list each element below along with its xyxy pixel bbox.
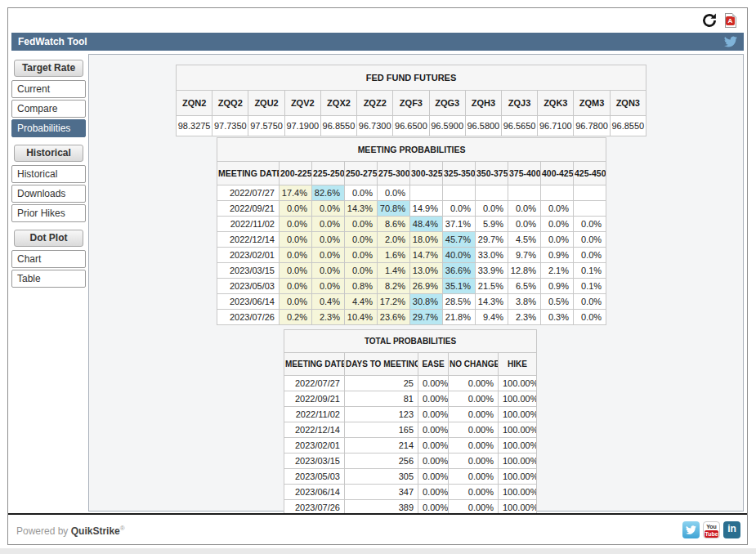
sidebar-section-dot-plot[interactable]: Dot Plot xyxy=(14,230,83,247)
sidebar-section-target-rate[interactable]: Target Rate xyxy=(14,60,83,77)
mp-probability-cell: 0.0% xyxy=(280,248,312,263)
mp-probability-cell: 0.0% xyxy=(280,279,312,294)
total-probabilities-header-row: MEETING DATEDAYS TO MEETINGEASENO CHANGE… xyxy=(284,353,537,376)
mp-probability-cell: 0.0% xyxy=(280,217,312,232)
tp-days-to-meeting: 305 xyxy=(345,469,418,485)
sidebar-item-table[interactable]: Table xyxy=(11,270,86,288)
futures-contract-header: ZQF3 xyxy=(393,91,429,116)
tp-row: 2022/12/141650.00%0.00%100.00% xyxy=(284,422,537,438)
topbar: A xyxy=(8,8,747,33)
tp-ease: 0.00% xyxy=(418,453,449,469)
mp-row: 2023/03/150.0%0.0%0.0%1.4%13.0%36.6%33.9… xyxy=(217,263,606,279)
twitter-icon[interactable] xyxy=(724,35,737,48)
mp-meeting-date: 2022/11/02 xyxy=(217,217,280,232)
mp-probability-cell: 0.0% xyxy=(541,232,574,248)
mp-probability-cell: 82.6% xyxy=(312,185,345,201)
futures-contract-header: ZQV2 xyxy=(284,91,320,116)
mp-probability-cell: 70.8% xyxy=(378,201,410,217)
mp-probability-cell: 9.4% xyxy=(476,310,508,325)
mp-row: 2022/07/2717.4%82.6%0.0%0.0% xyxy=(217,185,606,201)
mp-probability-cell xyxy=(476,185,508,201)
mp-probability-cell: 0.0% xyxy=(280,263,312,279)
mp-probability-cell: 0.0% xyxy=(574,248,606,263)
mp-probability-cell: 0.0% xyxy=(312,217,345,232)
tp-ease: 0.00% xyxy=(418,422,449,438)
meeting-probabilities-header-row: MEETING DATE200-225225-250250-275275-300… xyxy=(217,162,606,185)
mp-column-header: 325-350 xyxy=(443,162,476,185)
mp-probability-cell xyxy=(574,201,606,217)
futures-contract-header: ZQJ3 xyxy=(501,91,537,116)
futures-contract-header: ZQU2 xyxy=(248,91,284,116)
sidebar-item-prior-hikes[interactable]: Prior Hikes xyxy=(11,204,86,222)
mp-probability-cell: 8.6% xyxy=(378,217,410,232)
sidebar-item-probabilities[interactable]: Probabilities xyxy=(11,119,86,137)
sidebar: Target Rate Current Compare Probabilitie… xyxy=(11,60,86,289)
quikstrike-link[interactable]: QuikStrike xyxy=(71,525,120,537)
sidebar-section-historical[interactable]: Historical xyxy=(14,145,83,162)
mp-column-header: 225-250 xyxy=(312,162,345,185)
pdf-page-shape: A xyxy=(725,13,736,28)
futures-contract-header: ZQQ2 xyxy=(212,91,248,116)
mp-probability-cell: 0.0% xyxy=(345,232,378,248)
footer: Powered by QuikStrike® You Tube in xyxy=(8,513,747,544)
tp-row: 2023/06/143470.00%0.00%100.00% xyxy=(284,485,537,500)
mp-probability-cell xyxy=(541,185,574,201)
mp-probability-cell: 0.0% xyxy=(378,185,410,201)
tp-ease: 0.00% xyxy=(418,485,449,500)
mp-probability-cell: 13.0% xyxy=(410,263,443,279)
mp-row: 2022/12/140.0%0.0%0.0%2.0%18.0%45.7%29.7… xyxy=(217,232,606,248)
refresh-icon[interactable] xyxy=(701,12,718,29)
tp-days-to-meeting: 81 xyxy=(345,391,418,407)
mp-probability-cell: 17.4% xyxy=(280,185,312,201)
tp-hike: 100.00% xyxy=(499,376,537,391)
tp-ease: 0.00% xyxy=(418,376,449,391)
tp-no-change: 0.00% xyxy=(449,391,499,407)
sidebar-item-current[interactable]: Current xyxy=(11,80,86,98)
mp-probability-cell: 0.0% xyxy=(574,232,606,248)
mp-probability-cell: 33.9% xyxy=(476,263,508,279)
mp-probability-cell: 0.8% xyxy=(345,279,378,294)
sidebar-item-downloads[interactable]: Downloads xyxy=(11,185,86,203)
youtube-icon[interactable]: You Tube xyxy=(703,521,720,538)
futures-contract-header: ZQN2 xyxy=(177,91,212,116)
mp-row: 2023/06/140.0%0.4%4.4%17.2%30.8%28.5%14.… xyxy=(217,294,606,310)
mp-probability-cell: 18.0% xyxy=(410,232,443,248)
tp-row: 2023/02/012140.00%0.00%100.00% xyxy=(284,438,537,453)
mp-probability-cell: 0.0% xyxy=(508,201,541,217)
mp-meeting-date: 2022/09/21 xyxy=(217,201,280,217)
content-area: Target Rate Current Compare Probabilitie… xyxy=(8,51,747,513)
mp-probability-cell: 0.0% xyxy=(280,294,312,310)
mp-probability-cell: 33.0% xyxy=(476,248,508,263)
sidebar-item-compare[interactable]: Compare xyxy=(11,100,86,118)
mp-row: 2023/07/260.2%2.3%10.4%23.6%29.7%21.8%9.… xyxy=(217,310,606,325)
twitter-footer-icon[interactable] xyxy=(682,521,700,538)
tp-hike: 100.00% xyxy=(499,453,537,469)
mp-meeting-date: 2023/02/01 xyxy=(217,248,280,263)
sidebar-item-historical[interactable]: Historical xyxy=(11,165,86,183)
mp-column-header: 200-225 xyxy=(280,162,312,185)
pdf-export-icon[interactable]: A xyxy=(725,13,737,29)
tp-no-change: 0.00% xyxy=(449,453,499,469)
futures-contract-header: ZQK3 xyxy=(538,91,574,116)
tp-no-change: 0.00% xyxy=(449,485,499,500)
app-title: FedWatch Tool xyxy=(18,36,87,47)
tp-hike: 100.00% xyxy=(499,469,537,485)
futures-price-cell: 96.7100 xyxy=(538,116,574,136)
mp-probability-cell: 14.3% xyxy=(345,201,378,217)
mp-probability-cell: 1.6% xyxy=(378,248,410,263)
mp-probability-cell: 0.0% xyxy=(443,201,476,217)
futures-price-cell: 96.5650 xyxy=(501,116,537,136)
mp-column-header: 350-375 xyxy=(476,162,508,185)
tp-row: 2022/09/21810.00%0.00%100.00% xyxy=(284,391,537,407)
tp-no-change: 0.00% xyxy=(449,438,499,453)
mp-probability-cell: 0.0% xyxy=(574,217,606,232)
mp-probability-cell: 0.9% xyxy=(541,248,574,263)
futures-price-cell: 97.5750 xyxy=(248,116,284,136)
sidebar-item-chart[interactable]: Chart xyxy=(11,250,86,268)
mp-probability-cell: 0.0% xyxy=(541,201,574,217)
fed-fund-futures-table: FED FUND FUTURES ZQN2ZQQ2ZQU2ZQV2ZQX2ZQZ… xyxy=(176,65,646,136)
mp-probability-cell: 26.9% xyxy=(410,279,443,294)
linkedin-icon[interactable]: in xyxy=(723,521,740,538)
futures-price-cell: 96.6500 xyxy=(393,116,429,136)
mp-probability-cell xyxy=(410,185,443,201)
